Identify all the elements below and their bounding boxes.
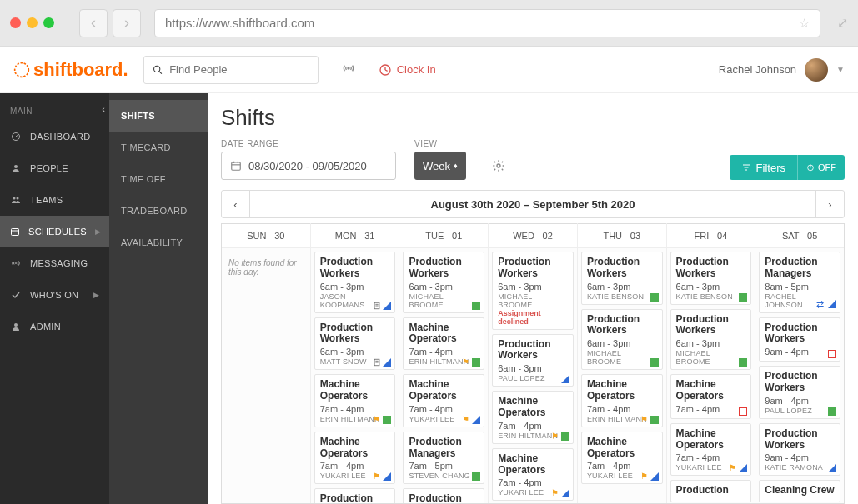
shift-card[interactable]: Production Workers6am - 3pmMICHAEL BROOM… [581, 309, 663, 371]
search-input[interactable] [143, 56, 319, 84]
shift-card[interactable]: Production Workers6am - 3pmMICHAEL BROOM… [670, 309, 752, 371]
next-week-button[interactable]: › [815, 191, 844, 217]
status-green-icon [650, 293, 659, 302]
prev-week-button[interactable]: ‹ [222, 191, 250, 217]
subnav-item-shifts[interactable]: SHIFTS [109, 100, 208, 132]
shift-card[interactable]: Machine Operators7am - 4pm [670, 374, 752, 419]
controls-right: Filters OFF [730, 155, 845, 180]
fullscreen-icon[interactable]: ⤢ [837, 15, 848, 31]
maximize-window-icon[interactable] [43, 17, 54, 28]
subnav-item-time-off[interactable]: TIME OFF [109, 163, 208, 195]
svg-point-1 [153, 66, 159, 72]
filters-off-toggle[interactable]: OFF [797, 155, 845, 180]
shift-card[interactable]: Production Workers6am - 3pmMICHAEL BROOM… [492, 252, 574, 330]
sidebar-item-messaging[interactable]: MESSAGING [0, 247, 109, 279]
shift-card[interactable]: Production Workers9am - 4pm [759, 317, 840, 362]
clock-in-button[interactable]: Clock In [379, 63, 436, 77]
subnav-item-tradeboard[interactable]: TRADEBOARD [109, 195, 208, 227]
shift-card[interactable]: Production Workers6am - 3pmKATIE BENSON [670, 252, 752, 305]
sidebar-sub: SHIFTSTIMECARDTIME OFFTRADEBOARDAVAILABI… [109, 93, 208, 504]
shift-title: Production Workers [409, 257, 479, 280]
shift-title: Production Managers [409, 437, 479, 460]
shift-time: 6am - 3pm [587, 282, 657, 292]
shift-card[interactable]: Production Workers9am - 4pmKATIE RAMONA [759, 423, 840, 477]
svg-point-9 [14, 165, 18, 168]
calendar-grid: SUN - 30No items found for this day.MON … [221, 223, 845, 504]
status-green-icon [739, 358, 747, 367]
shift-title: Production Workers [587, 257, 657, 280]
flag-icon: ⚑ [462, 416, 470, 424]
bookmark-icon[interactable]: ☆ [799, 16, 810, 31]
shift-card[interactable]: Production Workers6am - 3pmPAUL LOPEZ [492, 334, 574, 387]
shift-card[interactable]: Machine Operators7am - 4pmERIN HILTMANN⚑ [403, 317, 484, 371]
shift-time: 6am - 3pm [676, 282, 746, 292]
shift-card[interactable]: Machine Operators7am - 4pmERIN HILTMANN⚑ [492, 391, 574, 444]
user-menu[interactable]: Rachel Johnson ▼ [719, 58, 845, 82]
status-green-icon [383, 416, 391, 424]
shift-title: Production Workers [765, 371, 835, 394]
date-range-input[interactable]: 08/30/2020 - 09/05/2020 [221, 152, 396, 180]
filters-button[interactable]: Filters [730, 155, 797, 180]
shift-card[interactable]: Machine Operators7am - 4pmERIN HILTMANN⚑ [314, 374, 396, 427]
shift-card[interactable]: Production Workers6am - 3pmMICHAEL BROOM… [403, 252, 484, 313]
sidebar-item-teams[interactable]: TEAMS [0, 184, 109, 216]
sidebar-collapse-button[interactable]: ‹ [96, 102, 111, 117]
shift-card[interactable]: Production Managers8am - 5pmRACHEL JOHNS… [759, 252, 840, 313]
shift-card[interactable]: Machine Operators7am - 4pmERIN HILTMANN⚑ [581, 374, 663, 427]
shift-card[interactable]: Machine Operators7am - 4pmYUKARI LEE⚑ [581, 432, 663, 485]
flag-icon: ⚑ [373, 472, 381, 481]
view-select[interactable]: Week ♦ [414, 152, 466, 180]
svg-point-11 [17, 197, 19, 200]
day-header: SAT - 05 [755, 223, 844, 248]
shift-card[interactable]: Production Managers7am - 5pmSTEVEN CHANG [403, 432, 484, 485]
shift-card[interactable]: Production [670, 480, 752, 502]
shift-card[interactable]: Production Workers6am - 3pmKATIE BENSON [581, 252, 663, 305]
shift-card[interactable]: Production [314, 488, 396, 503]
shift-icons: ⚑ [373, 472, 391, 481]
sidebar-item-label: PEOPLE [30, 163, 68, 173]
logo[interactable]: shiftboard. [13, 59, 128, 81]
shift-time: 9am - 4pm [765, 347, 835, 357]
back-button[interactable]: ‹ [79, 9, 108, 37]
search-field[interactable] [169, 63, 309, 76]
shift-time: 6am - 3pm [320, 347, 390, 357]
shift-card[interactable]: Machine Operators7am - 4pmYUKARI LEE⚑ [314, 432, 396, 485]
day-header: SUN - 30 [222, 223, 310, 248]
shift-time: 6am - 3pm [498, 282, 568, 292]
broadcast-icon[interactable] [342, 62, 355, 77]
close-window-icon[interactable] [10, 17, 21, 28]
shift-person: KATIE BENSON [587, 292, 657, 301]
shift-icons [828, 350, 836, 358]
shift-card[interactable]: Production Workers6am - 3pmJASON KOOPMAN… [314, 252, 396, 313]
svg-rect-12 [12, 229, 19, 236]
shift-icons [828, 464, 836, 472]
shift-title: Machine Operators [409, 379, 479, 402]
minimize-window-icon[interactable] [27, 17, 38, 28]
settings-button[interactable] [484, 152, 513, 180]
shift-card[interactable]: Machine Operators7am - 4pmYUKARI LEE⚑ [492, 448, 574, 502]
forward-button[interactable]: › [113, 9, 141, 37]
subnav-item-timecard[interactable]: TIMECARD [109, 132, 208, 163]
sidebar-item-admin[interactable]: ADMIN [0, 311, 109, 342]
shift-title: Production Workers [676, 257, 746, 280]
sidebar-item-who-s-on[interactable]: WHO'S ON▶ [0, 279, 109, 311]
shift-card[interactable]: Cleaning Crew [759, 480, 840, 502]
shift-card[interactable]: Machine Operators7am - 4pmYUKARI LEE⚑ [403, 374, 484, 427]
shift-card[interactable]: Production [403, 488, 484, 503]
subnav-item-availability[interactable]: AVAILABILITY [109, 227, 208, 258]
sidebar-item-dashboard[interactable]: DASHBOARD [0, 121, 109, 152]
logo-icon [13, 62, 30, 78]
shift-title: Machine Operators [409, 322, 479, 346]
shift-card[interactable]: Machine Operators7am - 4pmYUKARI LEE⚑ [670, 423, 752, 477]
sidebar-item-people[interactable]: PEOPLE [0, 152, 109, 184]
user-name: Rachel Johnson [719, 63, 796, 76]
shift-card[interactable]: Production Workers6am - 3pmMATT SNOW [314, 317, 396, 371]
shift-title: Machine Operators [320, 437, 390, 460]
flag-icon: ⚑ [640, 472, 649, 481]
shift-card[interactable]: Production Workers9am - 4pmPAUL LOPEZ [759, 366, 840, 419]
shift-title: Machine Operators [676, 428, 746, 452]
sidebar-item-schedules[interactable]: SCHEDULES▶ [0, 216, 109, 247]
url-bar[interactable]: https://www.shiftboard.com ☆ [154, 9, 820, 37]
sidebar-item-label: ADMIN [30, 322, 61, 332]
search-icon [153, 64, 163, 76]
